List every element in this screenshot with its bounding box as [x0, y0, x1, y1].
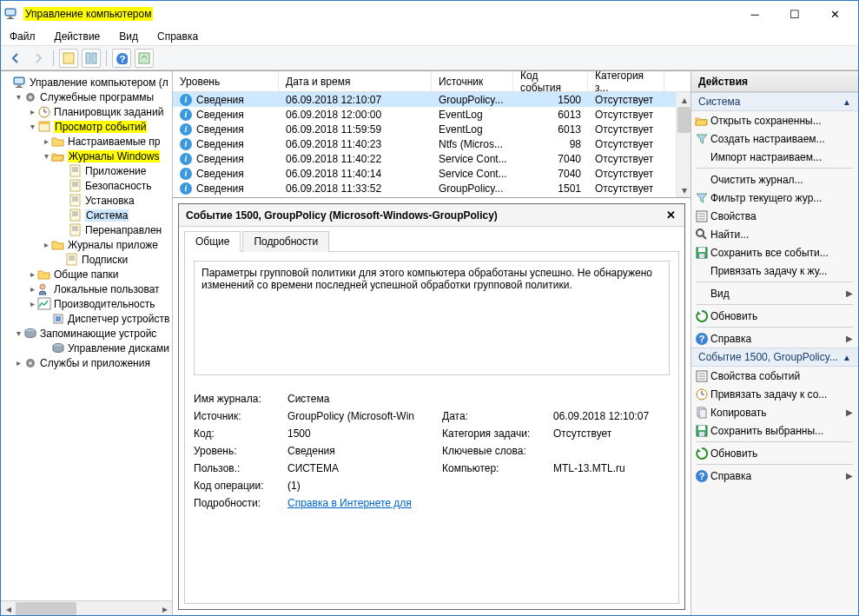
window-title: Управление компьютером: [23, 7, 153, 21]
col-source[interactable]: Источник: [432, 71, 513, 91]
tree-windows-logs[interactable]: ▾Журналы Windows: [3, 149, 172, 163]
tree-custom-views[interactable]: ▸Настраиваемые пр: [3, 134, 172, 149]
menu-file[interactable]: Файл: [6, 29, 39, 44]
action-copy-submenu[interactable]: Копировать▶: [691, 403, 858, 421]
tree-root[interactable]: Управление компьютером (л: [3, 75, 172, 89]
event-row[interactable]: iСведения06.09.2018 11:33:52GroupPolicy.…: [173, 181, 691, 195]
info-icon: i: [180, 168, 192, 180]
actions-section-system[interactable]: Система▲: [691, 92, 858, 111]
nav-back-button[interactable]: [6, 49, 25, 68]
info-icon: i: [180, 109, 192, 121]
action-save-selected-events[interactable]: Сохранить выбранны...: [691, 421, 858, 440]
online-help-link[interactable]: Справка в Интернете для: [287, 497, 412, 509]
navigation-tree-panel: Управление компьютером (л ▾Служебные про…: [1, 71, 173, 615]
info-icon: i: [180, 153, 192, 165]
maximize-button[interactable]: ☐: [775, 1, 815, 27]
col-level[interactable]: Уровень: [173, 71, 279, 91]
tree-log-security[interactable]: Безопасность: [3, 178, 172, 193]
minimize-button[interactable]: ─: [735, 1, 775, 27]
tree-event-viewer[interactable]: ▾Просмотр событий: [3, 119, 172, 134]
col-eventid[interactable]: Код события: [513, 71, 588, 91]
tree-app-logs[interactable]: ▸Журналы приложе: [3, 237, 172, 252]
info-icon: i: [180, 94, 192, 106]
action-refresh[interactable]: Обновить: [691, 307, 858, 325]
close-button[interactable]: ✕: [815, 1, 855, 27]
toolbar-show-hide-tree[interactable]: [59, 49, 78, 68]
toolbar-help-button[interactable]: [112, 49, 131, 68]
action-find[interactable]: Найти...: [691, 225, 858, 243]
event-description: Параметры групповой политики для этого к…: [194, 261, 670, 375]
event-list-vscrollbar[interactable]: ▴ ▾: [676, 92, 691, 197]
tree-local-users[interactable]: ▸Локальные пользоват: [3, 282, 172, 296]
tab-details[interactable]: Подробности: [242, 231, 329, 252]
action-attach-task-to-log[interactable]: Привязать задачу к жу...: [691, 262, 858, 280]
tree-disk-management[interactable]: Управление дисками: [3, 341, 172, 355]
event-row[interactable]: iСведения06.09.2018 11:40:23Ntfs (Micros…: [173, 136, 691, 151]
titlebar: Управление компьютером ─ ☐ ✕: [1, 1, 858, 27]
event-list-header: Уровень Дата и время Источник Код событи…: [173, 71, 691, 92]
action-refresh-2[interactable]: Обновить: [691, 444, 858, 462]
tree-system-tools[interactable]: ▾Служебные программы: [3, 89, 172, 104]
nav-forward-button[interactable]: [29, 49, 48, 68]
actions-section-event[interactable]: Событие 1500, GroupPolicy...▲: [691, 348, 858, 367]
menu-view[interactable]: Вид: [116, 29, 142, 44]
actions-title: Действия: [691, 71, 858, 92]
svg-rect-33: [63, 53, 74, 63]
action-view-submenu[interactable]: Вид▶: [691, 284, 858, 302]
tree-scheduler[interactable]: ▸Планировщик заданий: [3, 104, 172, 119]
toolbar-properties-button[interactable]: [82, 49, 101, 68]
tree-log-application[interactable]: Приложение: [3, 163, 172, 178]
event-row[interactable]: iСведения06.09.2018 11:59:59EventLog6013…: [173, 122, 691, 136]
action-save-all-events[interactable]: Сохранить все событи...: [691, 243, 858, 262]
tree-shared-folders[interactable]: ▸Общие папки: [3, 267, 172, 282]
svg-rect-36: [139, 53, 149, 63]
event-detail-grid: Имя журнала:Система Источник:GroupPolicy…: [194, 393, 670, 509]
action-clear-log[interactable]: Очистить журнал...: [691, 170, 858, 189]
col-category[interactable]: Категория з...: [588, 71, 664, 91]
tree-log-forwarded[interactable]: Перенаправлен: [3, 222, 172, 237]
tree-log-setup[interactable]: Установка: [3, 193, 172, 208]
tree-device-manager[interactable]: Диспетчер устройств: [3, 311, 172, 326]
action-open-saved-log[interactable]: Открыть сохраненны...: [691, 111, 858, 129]
info-icon: i: [180, 123, 192, 136]
event-row[interactable]: iСведения06.09.2018 11:40:14Service Cont…: [173, 166, 691, 181]
detail-title: Событие 1500, GroupPolicy (Microsoft-Win…: [186, 209, 498, 222]
action-properties[interactable]: Свойства: [691, 207, 858, 225]
tree-performance[interactable]: ▸Производительность: [3, 296, 172, 311]
tab-general[interactable]: Общие: [184, 231, 241, 252]
menu-action[interactable]: Действие: [51, 29, 104, 44]
tree-storage[interactable]: ▾Запоминающие устройс: [3, 326, 172, 341]
action-help-2-submenu[interactable]: Справка▶: [691, 467, 858, 485]
svg-rect-34: [86, 53, 90, 63]
action-filter-current-log[interactable]: Фильтр текущего жур...: [691, 189, 858, 207]
toolbar-extra-button[interactable]: [135, 49, 154, 68]
event-row[interactable]: iСведения06.09.2018 11:40:22Service Cont…: [173, 151, 691, 166]
detail-close-button[interactable]: ✕: [664, 209, 677, 222]
action-help-submenu[interactable]: Справка▶: [691, 329, 858, 348]
svg-rect-35: [92, 53, 96, 63]
tree-services-apps[interactable]: ▸Службы и приложения: [3, 355, 172, 370]
tree-log-system[interactable]: Система: [3, 208, 172, 222]
info-icon: i: [180, 182, 192, 195]
tree-hscrollbar[interactable]: ◂ ▸: [1, 600, 172, 615]
toolbar: [1, 46, 858, 70]
actions-panel: Действия Система▲ Открыть сохраненны... …: [691, 71, 858, 615]
info-icon: i: [180, 138, 192, 150]
app-icon: [4, 7, 18, 21]
menubar: Файл Действие Вид Справка: [1, 27, 858, 46]
action-import-custom-view[interactable]: Импорт настраиваем...: [691, 148, 858, 166]
col-datetime[interactable]: Дата и время: [279, 71, 432, 91]
action-create-custom-view[interactable]: Создать настраиваем...: [691, 129, 858, 148]
action-event-properties[interactable]: Свойства событий: [691, 367, 858, 385]
event-row[interactable]: iСведения06.09.2018 12:10:07GroupPolicy.…: [173, 92, 691, 107]
event-row[interactable]: iСведения06.09.2018 12:00:00EventLog6013…: [173, 107, 691, 122]
tree-subscriptions[interactable]: Подписки: [3, 252, 172, 267]
action-attach-task-to-event[interactable]: Привязать задачу к со...: [691, 385, 858, 403]
event-list: Уровень Дата и время Источник Код событи…: [173, 71, 691, 198]
event-detail-pane: Событие 1500, GroupPolicy (Microsoft-Win…: [178, 203, 685, 610]
menu-help[interactable]: Справка: [154, 29, 202, 44]
